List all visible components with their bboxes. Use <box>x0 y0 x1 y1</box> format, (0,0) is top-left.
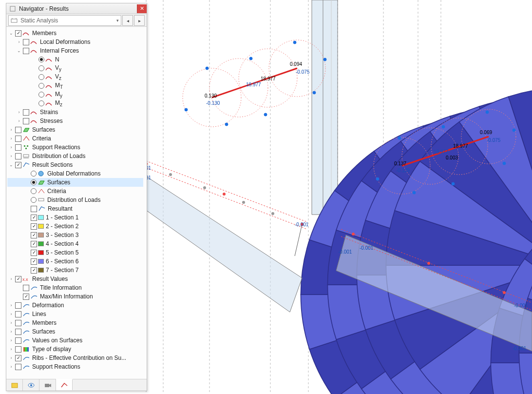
tab-data[interactable] <box>6 379 23 391</box>
checkbox[interactable] <box>15 320 21 326</box>
node-result-values[interactable]: › x.x Result Values <box>7 275 143 283</box>
expand-icon[interactable]: › <box>8 153 14 159</box>
node-stresses[interactable]: › Stresses <box>7 117 143 125</box>
node-members2[interactable]: ›Members <box>7 318 143 327</box>
checkbox[interactable] <box>15 30 21 37</box>
node-n[interactable]: N <box>7 55 143 64</box>
expand-icon[interactable]: › <box>16 39 22 45</box>
node-surfaces[interactable]: › Surfaces <box>7 125 143 134</box>
checkbox[interactable] <box>31 258 37 265</box>
expand-icon[interactable]: › <box>8 329 14 335</box>
node-deformation[interactable]: ›Deformation <box>7 301 143 310</box>
node-type-of-display[interactable]: ›Type of display <box>7 345 143 354</box>
checkbox[interactable] <box>31 232 37 238</box>
node-my[interactable]: My <box>7 90 143 99</box>
collapse-icon[interactable]: ⌄ <box>8 30 14 36</box>
checkbox[interactable] <box>31 206 37 212</box>
checkbox[interactable] <box>23 285 29 291</box>
checkbox[interactable] <box>15 355 21 361</box>
analysis-combo[interactable]: Static Analysis ▾ <box>8 15 121 26</box>
expand-icon[interactable]: › <box>8 355 14 361</box>
tab-views[interactable] <box>39 379 56 391</box>
checkbox[interactable] <box>15 302 21 309</box>
checkbox[interactable] <box>15 162 21 168</box>
checkbox[interactable] <box>31 215 37 221</box>
expand-icon[interactable]: › <box>8 364 14 370</box>
node-dist-loads[interactable]: › Distribution of Loads <box>7 152 143 160</box>
tab-display[interactable] <box>23 379 39 391</box>
history-fwd-button[interactable]: ▸ <box>134 15 145 26</box>
node-section-1[interactable]: 1 - Section 1 <box>7 213 143 222</box>
checkbox[interactable] <box>15 311 21 317</box>
expand-icon[interactable]: › <box>8 127 14 133</box>
results-tree[interactable]: ⌄ Members › Local Deformations ⌄ Interna… <box>6 27 143 379</box>
node-section-5[interactable]: 5 - Section 5 <box>7 248 143 257</box>
radio[interactable] <box>38 92 44 98</box>
radio[interactable] <box>38 83 44 89</box>
checkbox[interactable] <box>15 153 21 159</box>
node-members[interactable]: ⌄ Members <box>7 29 143 38</box>
node-strains[interactable]: › Strains <box>7 108 143 117</box>
tab-results[interactable] <box>56 379 73 390</box>
checkbox[interactable] <box>23 109 29 116</box>
radio[interactable] <box>31 197 37 203</box>
node-rs-criteria[interactable]: Criteria <box>7 187 143 196</box>
checkbox[interactable] <box>15 136 21 142</box>
checkbox[interactable] <box>15 364 21 370</box>
node-mz[interactable]: Mz <box>7 99 143 108</box>
node-values-on-surfaces[interactable]: ›Values on Surfaces <box>7 336 143 345</box>
node-section-3[interactable]: 3 - Section 3 <box>7 231 143 239</box>
node-section-2[interactable]: 2 - Section 2 <box>7 222 143 231</box>
radio[interactable] <box>31 171 37 177</box>
history-back-button[interactable]: ◂ <box>122 15 133 26</box>
expand-icon[interactable]: › <box>8 144 14 150</box>
node-local-deformations[interactable]: › Local Deformations <box>7 38 143 46</box>
collapse-icon[interactable]: ⌄ <box>8 162 14 168</box>
checkbox[interactable] <box>23 39 29 45</box>
node-mt[interactable]: MT <box>7 81 143 90</box>
radio[interactable] <box>38 74 44 80</box>
expand-icon[interactable]: › <box>8 320 14 326</box>
node-surfaces2[interactable]: ›Surfaces <box>7 327 143 336</box>
node-section-4[interactable]: 4 - Section 4 <box>7 239 143 248</box>
checkbox[interactable] <box>15 337 21 344</box>
expand-icon[interactable]: › <box>8 302 14 308</box>
radio[interactable] <box>38 100 44 106</box>
checkbox[interactable] <box>15 276 21 282</box>
panel-titlebar[interactable]: Navigator - Results ✕ <box>6 3 147 14</box>
checkbox[interactable] <box>31 223 37 230</box>
node-title-info[interactable]: Title Information <box>7 283 143 292</box>
checkbox[interactable] <box>23 118 29 124</box>
radio[interactable] <box>31 188 37 194</box>
node-support-reactions[interactable]: › Support Reactions <box>7 143 143 152</box>
node-internal-forces[interactable]: ⌄ Internal Forces <box>7 46 143 55</box>
radio[interactable] <box>38 65 44 71</box>
expand-icon[interactable]: › <box>16 118 22 124</box>
checkbox[interactable] <box>15 329 21 335</box>
checkbox[interactable] <box>15 346 21 353</box>
radio[interactable] <box>38 57 44 62</box>
node-criteria[interactable]: › Criteria <box>7 134 143 143</box>
node-maxmin[interactable]: Max/Min Information <box>7 292 143 301</box>
expand-icon[interactable]: › <box>8 136 14 141</box>
expand-icon[interactable]: › <box>8 346 14 352</box>
radio[interactable] <box>31 179 37 185</box>
checkbox[interactable] <box>31 250 37 256</box>
node-support-reactions-2[interactable]: ›Support Reactions <box>7 362 143 371</box>
checkbox[interactable] <box>23 48 29 54</box>
expand-icon[interactable]: › <box>8 276 14 282</box>
node-result-sections[interactable]: ⌄ Result Sections <box>7 160 143 169</box>
node-vz[interactable]: Vz <box>7 73 143 81</box>
close-button[interactable]: ✕ <box>137 4 147 13</box>
node-vy[interactable]: Vy <box>7 64 143 73</box>
node-resultant[interactable]: Resultant <box>7 204 143 213</box>
node-section-6[interactable]: 6 - Section 6 <box>7 257 143 266</box>
checkbox[interactable] <box>15 144 21 151</box>
checkbox[interactable] <box>23 294 29 300</box>
expand-icon[interactable]: › <box>8 311 14 317</box>
node-ribs[interactable]: ›Ribs - Effective Contribution on Su... <box>7 354 143 362</box>
node-lines[interactable]: ›Lines <box>7 310 143 318</box>
expand-icon[interactable]: › <box>8 337 14 343</box>
checkbox[interactable] <box>31 267 37 274</box>
node-section-7[interactable]: 7 - Section 7 <box>7 266 143 275</box>
